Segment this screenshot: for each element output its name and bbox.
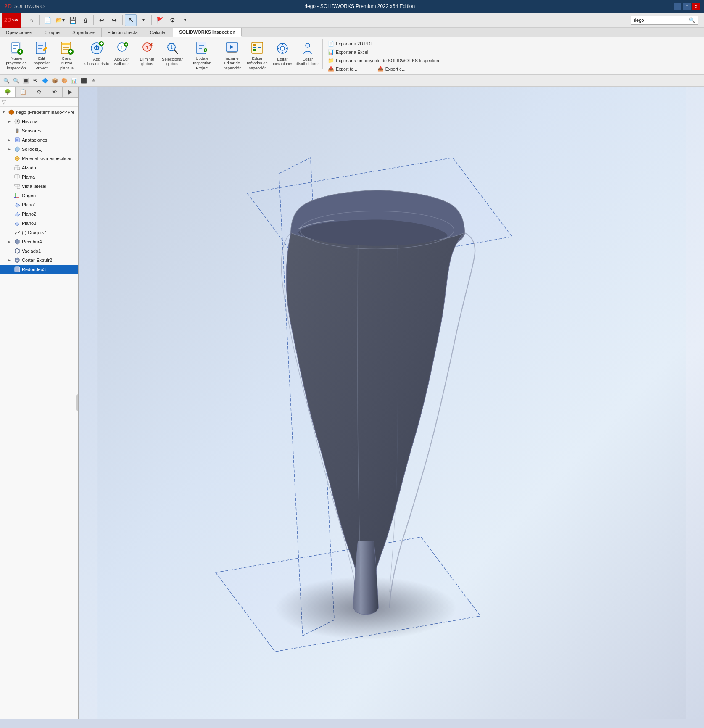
redo-icon[interactable]: ↪: [108, 14, 120, 26]
crear-plantilla-icon: [59, 41, 74, 55]
editar-metodos-btn[interactable]: Editarmétodos deinspección: [245, 39, 269, 69]
view-display-icon[interactable]: 📦: [50, 76, 59, 85]
exportar-sw-btn[interactable]: 📁 Exportar a un proyecto de SOLIDWORKS I…: [326, 57, 699, 64]
editar-metodos-icon: [250, 41, 265, 55]
exportar-excel-btn[interactable]: 📊 Exportar a Excel: [326, 49, 699, 55]
tree-sensores[interactable]: Sensores: [0, 126, 78, 135]
tree-origen-icon: [13, 192, 21, 199]
update-inspection-icon: [195, 41, 210, 55]
export-to-btn2[interactable]: 📤 Export e...: [376, 66, 407, 72]
tree-vaciado1[interactable]: Vaciado1: [0, 246, 78, 256]
ribbon-group-add-char-buttons: Φ AddCharacteristic 1: [84, 39, 185, 69]
sidebar: 🌳 📋 ⚙ 👁 ▶ ▽ ▼ riego (Predeterminado<<Pre: [0, 87, 79, 719]
tree-root-icon: [8, 108, 15, 116]
exportar-sw-icon: 📁: [328, 58, 334, 63]
add-edit-balloons-btn[interactable]: 1 Add/EditBalloons: [110, 39, 134, 69]
title-controls[interactable]: — □ ✕: [674, 3, 700, 10]
view-scene-icon[interactable]: 📊: [69, 76, 79, 85]
update-inspection-btn[interactable]: UpdateInspectionProject: [190, 39, 214, 69]
tab-croquis[interactable]: Croquis: [38, 28, 66, 37]
tree-alzado[interactable]: Alzado: [0, 163, 78, 172]
tree-planta[interactable]: Planta: [0, 172, 78, 182]
sw-logo[interactable]: 2D SW: [2, 13, 21, 28]
tree-cortar-extruir2[interactable]: ▶ Cortar-Extruir2: [0, 256, 78, 265]
view-camera-icon[interactable]: 🖥: [89, 76, 98, 85]
new-icon[interactable]: 📄: [42, 14, 53, 26]
editar-operaciones-label: Editaroperaciones: [272, 57, 293, 66]
tree-plano2[interactable]: Plano2: [0, 209, 78, 219]
options-dropdown-icon[interactable]: ▾: [179, 14, 191, 26]
tree-recubrir4[interactable]: ▶ Recubrir4: [0, 237, 78, 246]
eliminar-globos-btn[interactable]: 1 Eliminarglobos: [135, 39, 159, 69]
top-toolbar: 2D SW ⌂ 📄 📂▾ 💾 🖨 ↩ ↪ ↖ ▾ 🚩 ⚙ ▾ 🔍: [0, 13, 704, 28]
view-zoom-icon[interactable]: 🔍: [2, 76, 11, 85]
iniciar-editor-btn[interactable]: Iniciar elEditor deinspección: [220, 39, 244, 69]
tree-sensores-icon: [13, 127, 21, 135]
rebuild-icon[interactable]: 🚩: [154, 14, 166, 26]
crear-plantilla-btn[interactable]: Crearnuevaplantilla: [55, 39, 79, 69]
viewport[interactable]: Plano1 Plano3 Plano2: [79, 87, 704, 719]
tree-historial-label: Historial: [22, 119, 39, 124]
tree-origen[interactable]: Origen: [0, 191, 78, 200]
sidebar-tab-display[interactable]: 👁: [47, 87, 63, 97]
select-icon[interactable]: ↖: [125, 14, 137, 26]
tab-operaciones[interactable]: Operaciones: [0, 28, 38, 37]
view-appearance-icon[interactable]: 🎨: [60, 76, 69, 85]
sidebar-tab-more[interactable]: ▶: [63, 87, 78, 97]
eliminar-globos-icon: 1: [140, 41, 155, 56]
exportar-2d-pdf-label: Exportar a 2D PDF: [336, 41, 373, 46]
tree-croquis7-label: (-) Croquis7: [22, 230, 46, 235]
tab-edicion-directa[interactable]: Edición directa: [102, 28, 144, 37]
home-icon[interactable]: ⌂: [25, 14, 37, 26]
minimize-button[interactable]: —: [674, 3, 681, 10]
undo-icon[interactable]: ↩: [96, 14, 108, 26]
options-icon[interactable]: ⚙: [166, 14, 178, 26]
tree-historial[interactable]: ▶ Historial: [0, 117, 78, 126]
maximize-button[interactable]: □: [683, 3, 691, 10]
tree-croquis7[interactable]: (-) Croquis7: [0, 228, 78, 237]
tree-vista-lateral[interactable]: Vista lateral: [0, 182, 78, 191]
tree-plano3[interactable]: Plano3: [0, 219, 78, 228]
tree-root[interactable]: ▼ riego (Predeterminado<<Pre: [0, 108, 78, 117]
tree-planta-label: Planta: [22, 174, 35, 179]
view-perspective-icon[interactable]: 🔷: [40, 76, 50, 85]
tree-anotaciones[interactable]: ▶ Anotaciones: [0, 135, 78, 145]
open-icon[interactable]: 📂▾: [54, 14, 66, 26]
save-icon[interactable]: 💾: [67, 14, 79, 26]
sidebar-tab-properties[interactable]: 📋: [16, 87, 31, 97]
tree-redondeo3[interactable]: Redondeo3: [0, 265, 78, 274]
exportar-2d-pdf-btn[interactable]: 📄 Exportar a 2D PDF: [326, 40, 699, 47]
view-lights-icon[interactable]: ⬛: [79, 76, 88, 85]
filter-icon[interactable]: ▽: [2, 99, 6, 105]
tree-cortar-extruir2-icon: [13, 256, 21, 264]
ribbon-right: 📄 Exportar a 2D PDF 📊 Exportar a Excel 📁…: [323, 39, 702, 74]
ribbon-tabs: Operaciones Croquis Superficies Edición …: [0, 28, 704, 37]
tab-superficies[interactable]: Superficies: [66, 28, 101, 37]
svg-text:1: 1: [170, 45, 173, 50]
tree-material[interactable]: Fe Material <sin especificar:: [0, 154, 78, 163]
view-pan-icon[interactable]: 🔍: [11, 76, 21, 85]
export-to-btn1[interactable]: 📤 Export to...: [326, 66, 359, 72]
tree-solidos[interactable]: ▶ Sólidos(1): [0, 145, 78, 154]
sidebar-tab-feature-tree[interactable]: 🌳: [0, 87, 16, 97]
edit-inspection-btn[interactable]: EditInspectionProject: [29, 39, 54, 69]
search-input[interactable]: [634, 18, 689, 23]
editar-distribuidores-btn[interactable]: Editardistribuidores: [295, 39, 320, 69]
iniciar-editor-icon: [224, 41, 240, 55]
select-dropdown-icon[interactable]: ▾: [137, 14, 149, 26]
view-rotate-icon[interactable]: 🔳: [21, 76, 30, 85]
sidebar-tab-config[interactable]: ⚙: [31, 87, 47, 97]
tree-plano3-label: Plano3: [22, 221, 36, 226]
add-characteristic-btn[interactable]: Φ AddCharacteristic: [84, 39, 109, 69]
print-icon[interactable]: 🖨: [79, 14, 91, 26]
view-section-icon[interactable]: 👁: [31, 76, 40, 85]
nuevo-proyecto-btn[interactable]: Nuevoproyecto deinspección: [4, 39, 29, 69]
editar-operaciones-btn[interactable]: Editaroperaciones: [270, 39, 295, 69]
seleccionar-globos-btn[interactable]: 1 Seleccionarglobos: [160, 39, 185, 69]
close-button[interactable]: ✕: [692, 3, 700, 10]
tree-plano1[interactable]: Plano1: [0, 200, 78, 209]
tab-sw-inspection[interactable]: SOLIDWORKS Inspection: [173, 28, 242, 37]
tab-calcular[interactable]: Calcular: [144, 28, 173, 37]
nuevo-proyecto-label: Nuevoproyecto deinspección: [6, 56, 27, 70]
tree-sensores-label: Sensores: [22, 128, 41, 133]
